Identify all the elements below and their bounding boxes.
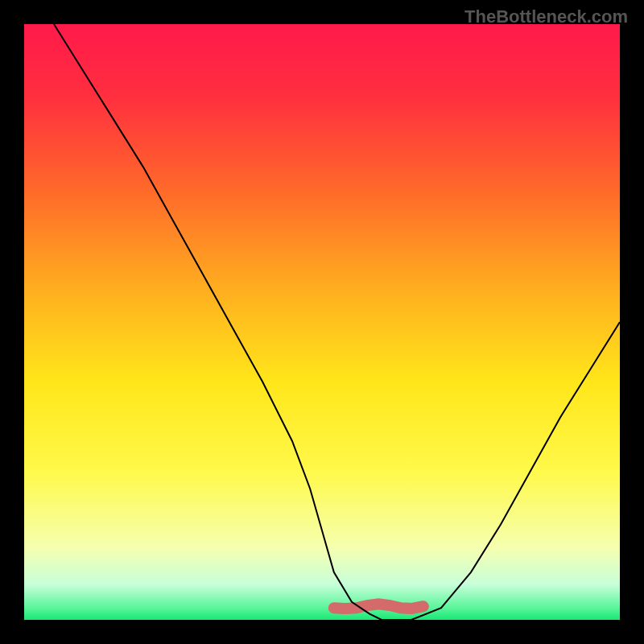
- bottleneck-chart: [0, 0, 644, 644]
- marker-end-dot: [328, 603, 339, 613]
- chart-svg: [0, 0, 644, 644]
- marker-end-dot: [418, 601, 428, 612]
- watermark-text: TheBottleneck.com: [464, 6, 628, 27]
- bottom-marker: [334, 604, 423, 609]
